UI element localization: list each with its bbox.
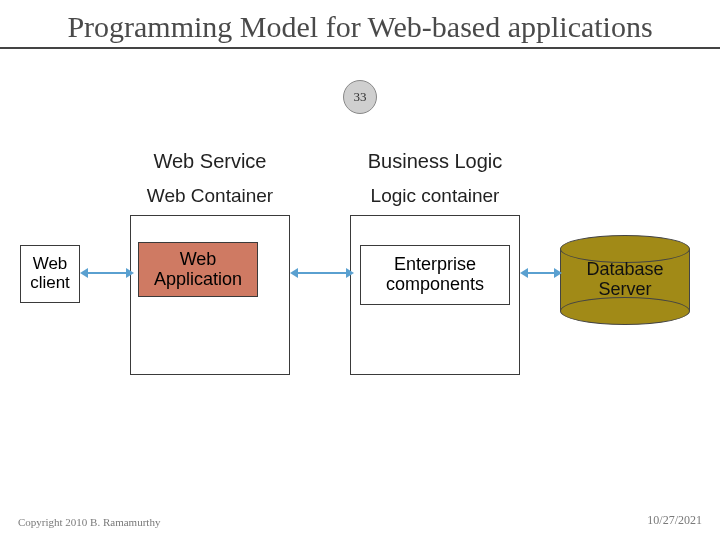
arrow-webapp-to-enterprise <box>298 272 346 274</box>
title-area: Programming Model for Web-based applicat… <box>0 10 720 49</box>
diagram: Web Service Business Logic Web Container… <box>0 150 720 450</box>
footer-copyright: Copyright 2010 B. Ramamurthy <box>18 516 160 528</box>
label-web-service: Web Service <box>130 150 290 173</box>
db-cylinder-bottom <box>560 297 690 325</box>
slide-title: Programming Model for Web-based applicat… <box>0 10 720 45</box>
database-server-text: Database Server <box>560 260 690 300</box>
footer-date: 10/27/2021 <box>647 513 702 528</box>
web-application-text: Web Application <box>139 250 257 290</box>
node-web-application: Web Application <box>138 242 258 297</box>
page-number: 33 <box>354 89 367 105</box>
web-client-text: Web client <box>21 255 79 292</box>
arrow-enterprise-to-db <box>528 272 554 274</box>
label-business-logic: Business Logic <box>355 150 515 173</box>
slide: Programming Model for Web-based applicat… <box>0 0 720 540</box>
node-web-client: Web client <box>20 245 80 303</box>
arrow-client-to-webapp <box>88 272 126 274</box>
label-logic-container: Logic container <box>355 185 515 207</box>
label-web-container: Web Container <box>130 185 290 207</box>
node-enterprise-components: Enterprise components <box>360 245 510 305</box>
page-number-badge: 33 <box>343 80 377 114</box>
enterprise-components-text: Enterprise components <box>361 255 509 295</box>
